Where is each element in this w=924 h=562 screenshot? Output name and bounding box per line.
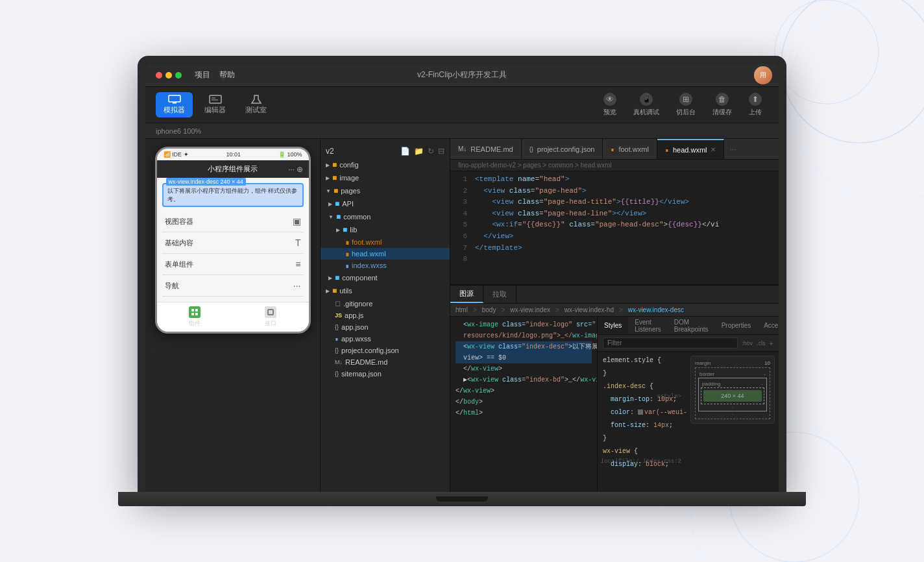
tree-app-js[interactable]: JS app.js: [321, 310, 450, 321]
styles-tab[interactable]: Styles: [598, 317, 628, 334]
phone-frame: 📶 IDE ✦ 10:01 🔋 100% 小程序组件展示 ··· ⊕: [155, 147, 311, 334]
sel-wx-view-index-hd[interactable]: wx-view.index-hd: [565, 306, 614, 313]
sel-wx-view-index[interactable]: wx-view.index: [510, 306, 550, 313]
tree-project-config[interactable]: {} project.config.json: [321, 345, 450, 356]
hov-button[interactable]: :hov: [742, 340, 753, 347]
phone-nav-component[interactable]: 组件: [189, 306, 201, 328]
background-action[interactable]: ⊞ 切后台: [670, 90, 702, 119]
folder-icon-comp: ■: [335, 273, 339, 282]
tree-api[interactable]: ▶ ■ API: [321, 197, 450, 210]
phone-section-icon-0: ▣: [293, 216, 301, 226]
testroom-button[interactable]: 测试室: [237, 92, 274, 117]
project-config-tab[interactable]: {} project.config.json: [522, 139, 603, 159]
svg-rect-12: [191, 313, 194, 315]
readme-tab-label[interactable]: README.md: [470, 145, 513, 153]
phone-section-label-1: 基础内容: [165, 238, 193, 248]
html-tree[interactable]: <wx-image class="index-logo" src="../res…: [450, 317, 597, 492]
devtools-tab-fetch[interactable]: 拉取: [483, 286, 517, 303]
tree-readme[interactable]: M↓ README.md: [321, 356, 450, 368]
preview-action[interactable]: 👁 预览: [597, 90, 623, 119]
border-bottom-val: -: [698, 411, 767, 416]
minimize-button[interactable]: [165, 72, 172, 79]
simulator-button[interactable]: 模拟器: [156, 92, 193, 117]
tree-common[interactable]: ▼ ■ common: [321, 210, 450, 223]
tree-foot-wxml[interactable]: ∎ foot.wxml: [321, 236, 450, 248]
tree-gitignore[interactable]: ◻ .gitignore: [321, 297, 450, 310]
new-file-icon[interactable]: 📄: [400, 147, 410, 156]
svg-rect-13: [195, 313, 198, 315]
style-rule-1: }: [598, 367, 687, 380]
folder-icon: ■: [332, 160, 337, 169]
close-button[interactable]: [156, 72, 162, 79]
folder-icon2: ■: [332, 173, 337, 182]
json-icon: {}: [335, 324, 339, 330]
html-line-6: </wx-view>: [456, 385, 592, 397]
accessibility-tab[interactable]: Accessibility: [757, 317, 779, 334]
phone-status-right: 🔋 100%: [278, 151, 302, 158]
devtools-tabs: 图源 拉取: [450, 286, 779, 304]
tree-app-json[interactable]: {} app.json: [321, 321, 450, 333]
tree-head-wxml[interactable]: ∎ head.wxml: [321, 248, 450, 260]
phone-highlight-box: wx-view.index-desc 240 × 44 以下将展示小程序官方组件…: [162, 183, 304, 207]
tab-bar: M↓ README.md {} project.config.json ∎ fo…: [450, 139, 779, 160]
wxss-icon2: ∎: [335, 336, 339, 342]
editor-label: 编辑器: [204, 105, 226, 115]
tree-component[interactable]: ▶ ■ component: [321, 271, 450, 284]
phone-section-icon-2: ≡: [295, 259, 300, 269]
new-folder-icon[interactable]: 📁: [414, 147, 424, 156]
more-tabs-icon[interactable]: ···: [724, 145, 741, 154]
sel-wx-view-index-desc[interactable]: wx-view.index-desc: [628, 306, 684, 313]
menu-project[interactable]: 项目: [195, 69, 210, 80]
tab-close-icon[interactable]: ✕: [711, 146, 716, 153]
tree-lib[interactable]: ▶ ■ lib: [321, 223, 450, 236]
maximize-button[interactable]: [175, 72, 182, 79]
tree-utils[interactable]: ▶ ■ utils: [321, 284, 450, 297]
trash-icon: 🗑: [716, 93, 729, 106]
phone-nav-api[interactable]: 接口: [265, 306, 276, 328]
xml-tab-icon-head: ∎: [665, 147, 669, 153]
style-rule-3: margin-top: 10px;: [598, 393, 687, 406]
dom-breakpoints-tab[interactable]: DOM Breakpoints: [668, 317, 715, 334]
api-nav-icon: [265, 306, 276, 318]
upload-action[interactable]: ⬆ 上传: [742, 90, 768, 119]
menu-help[interactable]: 帮助: [219, 69, 235, 80]
title-bar: 项目 帮助 v2-FinClip小程序开发工具 用: [145, 64, 779, 87]
app-title: v2-FinClip小程序开发工具: [417, 69, 507, 80]
title-bar-right: 用: [754, 66, 779, 84]
avatar: 用: [754, 66, 772, 84]
clear-cache-action[interactable]: 🗑 清缓存: [706, 90, 738, 119]
head-wxml-tab[interactable]: ∎ head.wxml ✕: [657, 139, 725, 159]
phone-nav-title: 小程序组件展示: [208, 164, 258, 174]
tree-index-wxss[interactable]: ∎ index.wxss: [321, 260, 450, 271]
code-line-2: 2 <view class="page-head">: [450, 186, 779, 197]
device-debug-action[interactable]: 📱 真机调试: [627, 90, 666, 119]
filter-input[interactable]: [603, 337, 738, 348]
tree-image[interactable]: ▶ ■ image: [321, 171, 450, 184]
properties-tab[interactable]: Properties: [715, 317, 758, 334]
folder-expand-icon2: ▶: [326, 175, 330, 181]
styles-header-tabs: Styles Event Listeners DOM Breakpoints P…: [598, 317, 779, 335]
event-listeners-tab[interactable]: Event Listeners: [628, 317, 668, 334]
tree-config[interactable]: ▶ ■ config: [321, 158, 450, 171]
devtools-tab-sources[interactable]: 图源: [450, 286, 483, 303]
padding-label: padding -: [701, 380, 764, 387]
tree-app-wxss[interactable]: ∎ app.wxss: [321, 333, 450, 345]
sel-html[interactable]: html: [456, 306, 468, 313]
html-line-0: <wx-image class="index-logo" src="../res…: [456, 319, 592, 330]
folder-collapse-icon: ▼: [326, 188, 331, 194]
collapse-icon[interactable]: ⊟: [438, 147, 444, 156]
foot-wxml-tab[interactable]: ∎ foot.wxml: [603, 139, 657, 159]
element-selector: html > body > wx-view.index > wx-view.in…: [450, 304, 779, 317]
cls-button[interactable]: .cls: [757, 340, 766, 347]
ide-app: 项目 帮助 v2-FinClip小程序开发工具 用: [145, 64, 779, 492]
sel-body[interactable]: body: [482, 306, 496, 313]
refresh-icon[interactable]: ↻: [428, 147, 434, 156]
eye-icon: 👁: [603, 93, 616, 106]
code-editor[interactable]: 1 <template name="head"> 2 <view class="…: [450, 171, 779, 284]
code-line-6: 6 </view>: [450, 231, 779, 243]
tree-sitemap[interactable]: {} sitemap.json: [321, 368, 450, 380]
add-rule-button[interactable]: +: [770, 339, 773, 347]
tree-pages[interactable]: ▼ ■ pages: [321, 184, 450, 197]
editor-button[interactable]: 编辑器: [197, 92, 234, 117]
edit-icon: [209, 95, 222, 104]
